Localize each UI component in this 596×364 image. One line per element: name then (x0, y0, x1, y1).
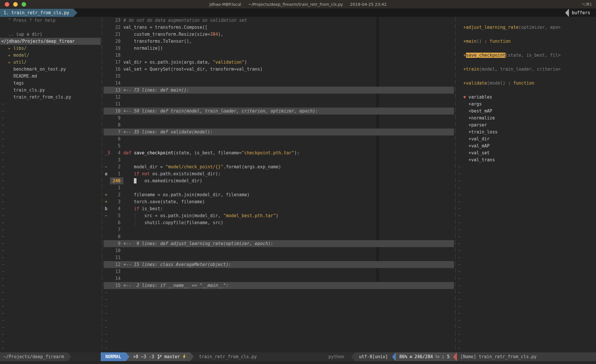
folded-region-line[interactable]: 15+-- 2 lines: if __name__ == "__main__"… (104, 282, 454, 289)
token: +args (458, 101, 482, 107)
tree-dir-libs[interactable]: ▸ libs/ (0, 45, 101, 52)
code-line[interactable]: 20 transforms.ToTensor(), (104, 38, 454, 45)
close-button[interactable] (5, 2, 9, 7)
chevron-right-icon[interactable]: ▸ (8, 46, 13, 51)
code-line[interactable]: 8 (104, 122, 454, 129)
token: +train (458, 67, 479, 72)
tag-train[interactable]: +train(model, train_loader, criterio> (457, 66, 596, 73)
tag-main[interactable]: +main() : function (457, 38, 596, 45)
code-line[interactable]: 17val_dir = os.path.join(args.data, "val… (104, 59, 454, 66)
window-separator[interactable] (101, 17, 104, 352)
tree-file-benchmark_on_test-py[interactable]: benchmark_on_test.py (0, 66, 101, 73)
code-line[interactable]: 12 (104, 94, 454, 101)
token (131, 150, 134, 156)
empty-buffer-line: ~ (0, 149, 101, 156)
code-line[interactable]: 21 custom_transform.Resize(size=384), (104, 31, 454, 38)
window-separator[interactable] (454, 17, 457, 352)
highlighted-tag: save_checkpoint (466, 53, 505, 58)
tag-train_loss[interactable]: +train_loss (457, 129, 596, 135)
empty-buffer-line: ~ (457, 345, 596, 352)
zoom-button[interactable] (22, 2, 26, 7)
code-line[interactable]: 10 (104, 247, 454, 254)
tag-validate[interactable]: +validate(model) : function (457, 80, 596, 87)
tree-dir-model[interactable]: ▸ model/ (0, 52, 101, 59)
line-number: 12 (110, 94, 123, 101)
code-line[interactable]: 18 (104, 52, 454, 59)
tag-best_mAP[interactable]: +best_mAP (457, 108, 596, 115)
code-line[interactable]: +3 torch.save(state, filename) (104, 198, 454, 205)
vim-splits: " Press ? for help.. (up a dir)</jdhao/P… (0, 17, 596, 352)
code-line[interactable]: +2 filename = os.path.join(model_dir, fi… (104, 191, 454, 198)
tab-current[interactable]: 1. train_retr_from_cls.py (0, 9, 73, 17)
tag-args[interactable]: +args (457, 101, 596, 108)
code-line[interactable]: b4 if is_best: (104, 205, 454, 212)
code-line[interactable]: 6 │ shutil.copyfile(filename, src) (104, 219, 454, 226)
folded-region-line[interactable]: 9+-- 9 lines: def adjust_learning_rate(o… (104, 240, 454, 247)
token: ▼ (458, 94, 466, 100)
token: "checkpoint.pth.tar" (242, 150, 294, 156)
tag-normalize[interactable]: +normalize (457, 115, 596, 122)
tree-file-README-md[interactable]: README.md (0, 73, 101, 80)
code-line[interactable]: 6 (104, 135, 454, 142)
tag-adjust_learning_rate[interactable]: +adjust_learning_rate(optimizer, epo> (457, 24, 596, 31)
chevron-right-icon[interactable]: ▸ (8, 53, 13, 58)
tag-save_checkpoint[interactable]: +save_checkpoint(state, is_best, fil> (457, 52, 596, 59)
token: ~ (105, 332, 107, 337)
tag-val_trans[interactable]: +val_trans (457, 156, 596, 163)
tree-file-train_retr_from_cls-py[interactable]: train_retr_from_cls.py (0, 94, 101, 101)
cursor (134, 178, 136, 183)
empty-buffer-line: ~ (0, 191, 101, 198)
code-line[interactable]: ~2 model_dir = "model/check_point/{}".fo… (104, 163, 454, 170)
minimize-button[interactable] (13, 2, 18, 7)
code-line[interactable]: 15 (104, 73, 454, 80)
token: os.makedirs(model_dir) (136, 178, 202, 183)
tree-file-train_cls-py[interactable]: train_cls.py (0, 87, 101, 94)
token: +parser (458, 122, 487, 128)
nerdtree-up-dir[interactable]: .. (up a dir) (0, 31, 101, 38)
tagbar-kind-variables[interactable]: ▼ variables (457, 94, 596, 101)
code-line[interactable]: 22val_trans = transforms.Compose([ (104, 24, 454, 31)
code-line[interactable]: 16val_set = QuerySet(root=val_dir, trans… (104, 66, 454, 73)
code-line[interactable]: a1 if not os.path.exists(model_dir): (104, 170, 454, 177)
folded-region-line[interactable]: 12+-- 15 lines: class AverageMeter(objec… (104, 261, 454, 268)
code-line[interactable]: 246 os.makedirs(model_dir) (104, 177, 454, 184)
code-line[interactable]: 13 (104, 268, 454, 275)
code-line[interactable]: 5 (104, 142, 454, 149)
folded-region-line[interactable]: 13+-- 73 lines: def main(): (104, 87, 454, 94)
nerdtree-root-path[interactable]: </jdhao/Projects/deep_firear (0, 38, 101, 45)
code-line[interactable]: 14 (104, 275, 454, 282)
empty-buffer-line: ~ (457, 191, 596, 198)
tree-file-tags[interactable]: tags (0, 80, 101, 87)
code-line[interactable]: _34def save_checkpoint(state, is_best, f… (104, 149, 454, 156)
code-line[interactable]: 7 (104, 226, 454, 233)
folded-region-line[interactable]: 10+-- 50 lines: def train(model, train_l… (104, 108, 454, 115)
command-line[interactable] (0, 361, 596, 364)
code-line[interactable]: 3 (104, 156, 454, 163)
code-line[interactable]: 11 (104, 254, 454, 261)
empty-buffer-line: ~ (0, 275, 101, 282)
tag-val_set[interactable]: +val_set (457, 149, 596, 156)
token: ~ (105, 339, 107, 344)
code-line[interactable]: 8 (104, 233, 454, 240)
blank-line (457, 73, 596, 80)
line-text: val_set = QuerySet(root=val_dir, transfo… (123, 67, 263, 72)
tag-val_mAP[interactable]: +val_mAP (457, 142, 596, 149)
tag-val_dir[interactable]: +val_dir (457, 135, 596, 142)
token: transforms.ToTensor(), (123, 39, 192, 44)
chevron-right-icon[interactable]: ▸ (8, 60, 13, 65)
folded-region-line[interactable]: 7+-- 35 lines: def validate(model): (104, 129, 454, 135)
code-line[interactable]: 19 normalize]) (104, 45, 454, 52)
code-line[interactable]: 23# do not do data augmentation on valid… (104, 17, 454, 24)
tree-dir-util[interactable]: ▸ util/ (0, 59, 101, 66)
code-line[interactable]: ~5 │ src = os.path.join(model_dir, "mode… (104, 212, 454, 219)
empty-buffer-line: ~ (457, 219, 596, 226)
code-line[interactable]: 11 (104, 101, 454, 108)
powerline-arrow-icon (68, 352, 71, 361)
code-line[interactable]: 9 (104, 115, 454, 122)
token: ~ (105, 318, 107, 323)
line-text: +-- 9 lines: def adjust_learning_rate(op… (123, 241, 273, 246)
code-line[interactable]: 14 (104, 80, 454, 87)
line-text: if not os.path.exists(model_dir): (123, 171, 221, 176)
tag-parser[interactable]: +parser (457, 122, 596, 129)
code-line[interactable]: 1 (104, 184, 454, 191)
